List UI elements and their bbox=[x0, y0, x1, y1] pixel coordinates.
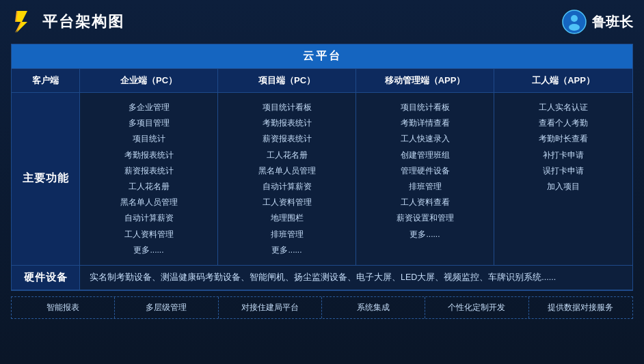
project-item-6: 工人资料管理 bbox=[263, 196, 312, 209]
project-item-4: 黑名单人员管理 bbox=[258, 165, 316, 178]
project-item-1: 考勤报表统计 bbox=[263, 117, 312, 130]
cloud-platform-label: 云平台 bbox=[303, 50, 342, 61]
project-item-9: 更多...... bbox=[271, 244, 301, 257]
main-function-row: 主要功能 多企业管理 多项目管理 项目统计 考勤报表统计 薪资报表统计 工人花名… bbox=[12, 93, 632, 266]
worker-item-1: 查看个人考勤 bbox=[539, 117, 588, 130]
feature-0: 智能报表 bbox=[12, 297, 115, 318]
enterprise-item-7: 自动计算薪资 bbox=[124, 212, 174, 225]
main-function-label: 主要功能 bbox=[12, 93, 80, 265]
feature-1: 多层级管理 bbox=[115, 297, 218, 318]
project-item-7: 地理围栏 bbox=[271, 212, 304, 225]
hardware-label: 硬件设备 bbox=[12, 266, 80, 290]
brand-logo: 鲁班长 bbox=[562, 10, 633, 34]
mobile-content: 项目统计看板 考勤详情查看 工人快速录入 创建管理班组 管理硬件设备 排班管理 … bbox=[356, 93, 494, 265]
mobile-item-2: 工人快速录入 bbox=[401, 132, 450, 145]
enterprise-item-0: 多企业管理 bbox=[129, 101, 170, 114]
worker-content: 工人实名认证 查看个人考勤 考勤时长查看 补打卡申请 误打卡申请 加入项目 bbox=[494, 93, 632, 265]
worker-item-0: 工人实名认证 bbox=[539, 101, 588, 114]
enterprise-item-4: 薪资报表统计 bbox=[124, 165, 174, 178]
mobile-item-0: 项目统计看板 bbox=[401, 101, 450, 114]
feature-4: 个性化定制开发 bbox=[425, 297, 528, 318]
enterprise-content: 多企业管理 多项目管理 项目统计 考勤报表统计 薪资报表统计 工人花名册 黑名单… bbox=[80, 93, 218, 265]
platform-table: 云平台 客户端 企业端（PC） 项目端（PC） 移动管理端（APP） 工人端（A… bbox=[11, 44, 633, 291]
enterprise-item-3: 考勤报表统计 bbox=[124, 149, 174, 162]
mobile-item-3: 创建管理班组 bbox=[401, 149, 450, 162]
col-header-mobile: 移动管理端（APP） bbox=[356, 69, 494, 92]
col-header-client: 客户端 bbox=[12, 69, 80, 92]
brand-name: 鲁班长 bbox=[592, 13, 633, 31]
logo-icon bbox=[11, 10, 36, 34]
enterprise-item-8: 工人资料管理 bbox=[124, 228, 174, 241]
svg-point-3 bbox=[571, 15, 578, 22]
cloud-platform-row: 云平台 bbox=[12, 44, 632, 69]
project-item-8: 排班管理 bbox=[271, 228, 304, 241]
column-headers: 客户端 企业端（PC） 项目端（PC） 移动管理端（APP） 工人端（APP） bbox=[12, 69, 632, 93]
svg-point-4 bbox=[569, 24, 580, 31]
project-item-3: 工人花名册 bbox=[267, 149, 308, 162]
worker-item-3: 补打卡申请 bbox=[543, 149, 584, 162]
worker-item-4: 误打卡申请 bbox=[543, 165, 584, 178]
worker-item-5: 加入项目 bbox=[547, 180, 580, 193]
mobile-item-1: 考勤详情查看 bbox=[401, 117, 450, 130]
enterprise-item-1: 多项目管理 bbox=[129, 117, 170, 130]
worker-item-2: 考勤时长查看 bbox=[539, 132, 588, 145]
mobile-item-8: 更多...... bbox=[410, 228, 440, 241]
hardware-content: 实名制考勤设备、测温健康码考勤设备、智能闸机、扬尘监测设备、电子大屏、LED大屏… bbox=[80, 266, 632, 290]
col-header-worker: 工人端（APP） bbox=[494, 69, 632, 92]
header-title: 平台架构图 bbox=[42, 12, 124, 32]
mobile-item-5: 排班管理 bbox=[409, 180, 442, 193]
feature-2: 对接住建局平台 bbox=[219, 297, 322, 318]
hardware-row: 硬件设备 实名制考勤设备、测温健康码考勤设备、智能闸机、扬尘监测设备、电子大屏、… bbox=[12, 266, 632, 290]
features-row: 智能报表 多层级管理 对接住建局平台 系统集成 个性化定制开发 提供数据对接服务 bbox=[11, 296, 633, 319]
enterprise-item-5: 工人花名册 bbox=[129, 180, 170, 193]
project-item-2: 薪资报表统计 bbox=[263, 132, 312, 145]
mobile-item-7: 薪资设置和管理 bbox=[397, 212, 454, 225]
enterprise-item-9: 更多...... bbox=[133, 244, 163, 257]
project-item-0: 项目统计看板 bbox=[263, 101, 312, 114]
feature-5: 提供数据对接服务 bbox=[529, 297, 632, 318]
header-left: 平台架构图 bbox=[11, 10, 124, 34]
enterprise-item-6: 黑名单人员管理 bbox=[120, 196, 178, 209]
main-container: 平台架构图 鲁班长 云平台 客户端 企业端（PC） 项目端（PC） 移动管理端（… bbox=[0, 0, 644, 364]
mobile-item-6: 工人资料查看 bbox=[401, 196, 450, 209]
enterprise-item-2: 项目统计 bbox=[133, 132, 165, 145]
project-content: 项目统计看板 考勤报表统计 薪资报表统计 工人花名册 黑名单人员管理 自动计算薪… bbox=[218, 93, 356, 265]
mobile-item-4: 管理硬件设备 bbox=[401, 165, 450, 178]
brand-icon bbox=[562, 10, 587, 34]
feature-3: 系统集成 bbox=[322, 297, 425, 318]
col-header-project: 项目端（PC） bbox=[218, 69, 356, 92]
project-item-5: 自动计算薪资 bbox=[263, 180, 312, 193]
header: 平台架构图 鲁班长 bbox=[11, 7, 633, 37]
col-header-enterprise: 企业端（PC） bbox=[80, 69, 218, 92]
